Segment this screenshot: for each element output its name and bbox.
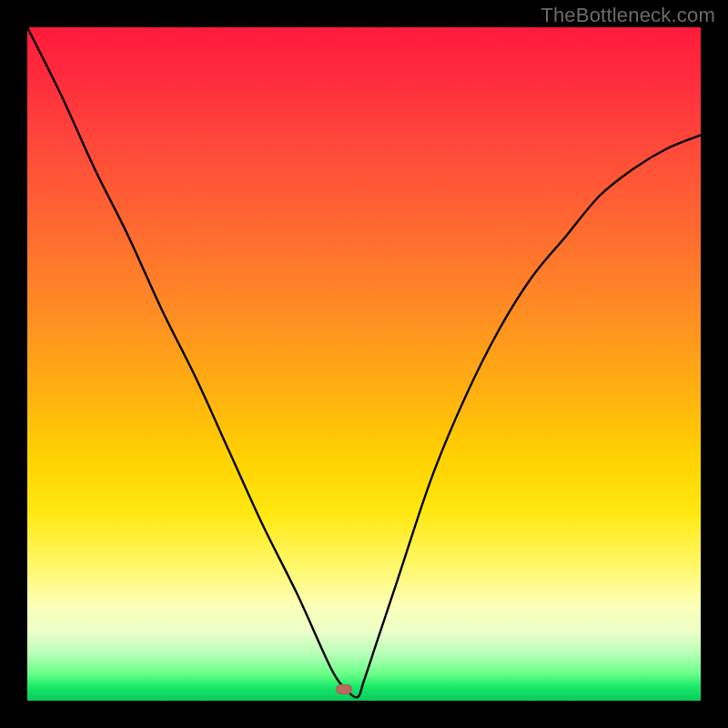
bottleneck-curve (27, 27, 701, 701)
plot-area (27, 27, 701, 701)
curve-path (27, 27, 701, 697)
optimal-point-marker (336, 684, 352, 694)
attribution-text: TheBottleneck.com (541, 4, 715, 27)
chart-frame: TheBottleneck.com (0, 0, 728, 728)
